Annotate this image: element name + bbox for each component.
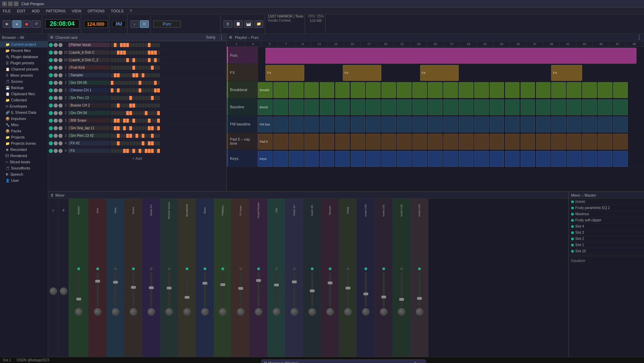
playlist-block[interactable]: [505, 99, 520, 115]
channel-pad[interactable]: [129, 43, 132, 47]
playlist-block[interactable]: [381, 82, 396, 98]
playlist-block[interactable]: [304, 117, 319, 132]
channel-pad[interactable]: [142, 81, 144, 85]
ch-solo-btn[interactable]: [58, 111, 63, 115]
channel-pad[interactable]: [154, 73, 157, 77]
channel-pad[interactable]: [123, 141, 126, 145]
channel-pad[interactable]: [123, 103, 126, 108]
ch-solo-btn[interactable]: [58, 141, 63, 145]
pan-knob[interactable]: [291, 308, 298, 316]
channel-pad[interactable]: [151, 43, 154, 47]
channel-pad[interactable]: [117, 58, 120, 62]
channel-pad[interactable]: [154, 88, 157, 92]
channel-pad[interactable]: [145, 88, 148, 92]
mixer-fader[interactable]: [97, 272, 99, 307]
channel-pad[interactable]: [114, 66, 117, 70]
channel-pad[interactable]: [117, 141, 120, 145]
mixer-fader[interactable]: [365, 272, 367, 307]
pan-knob[interactable]: [165, 308, 173, 316]
playlist-block[interactable]: [304, 99, 319, 115]
channel-pad[interactable]: [139, 73, 141, 77]
channel-pad[interactable]: [148, 103, 151, 108]
channel-pad[interactable]: [114, 134, 117, 138]
channel-pad[interactable]: [145, 134, 148, 138]
channel-pad[interactable]: [129, 73, 132, 77]
ch-name[interactable]: Grv Perc 13 #2: [69, 133, 110, 138]
pan-knob[interactable]: [130, 308, 137, 316]
channel-pad[interactable]: [145, 73, 148, 77]
channel-pad[interactable]: [123, 43, 126, 47]
channel-pad[interactable]: [117, 81, 120, 85]
pan-knob[interactable]: [148, 308, 155, 316]
ch-green-led[interactable]: [49, 119, 53, 123]
close-btn[interactable]: ×: [2, 1, 7, 6]
fx-led[interactable]: [571, 213, 574, 216]
playlist-block[interactable]: [381, 117, 396, 132]
mixer-fader[interactable]: [401, 272, 403, 307]
channel-pad[interactable]: [151, 73, 154, 77]
playlist-block[interactable]: [366, 151, 381, 167]
channel-pad[interactable]: [120, 58, 123, 62]
channel-pad[interactable]: [135, 58, 138, 62]
fx-led[interactable]: [571, 207, 574, 209]
channel-pad[interactable]: [142, 73, 144, 77]
playlist-block[interactable]: [397, 99, 412, 115]
channel-pad[interactable]: [114, 126, 117, 130]
playlist-block[interactable]: [598, 99, 612, 115]
playlist-block[interactable]: FX: [420, 65, 459, 81]
mixer-fader[interactable]: [347, 272, 349, 307]
channel-pad[interactable]: [111, 141, 113, 145]
channel-pad[interactable]: [142, 43, 144, 47]
menu-edit[interactable]: EDIT: [15, 8, 27, 14]
channel-pad[interactable]: [142, 119, 144, 123]
fader-handle[interactable]: [149, 286, 154, 289]
sidebar-item-collected[interactable]: 📁Collected: [0, 97, 48, 103]
playlist-block[interactable]: Pad 5: [258, 134, 273, 150]
channel-pad[interactable]: [129, 141, 132, 145]
song-button[interactable]: ♪: [130, 20, 139, 28]
fader-handle[interactable]: [256, 279, 261, 282]
channel-pad[interactable]: [154, 141, 157, 145]
track-area[interactable]: FM bas: [258, 116, 644, 132]
channel-pad[interactable]: [126, 126, 129, 130]
add-channel-button[interactable]: + Add: [48, 155, 226, 162]
channel-pad[interactable]: [114, 88, 117, 92]
playlist-block[interactable]: [289, 117, 304, 132]
channel-pad[interactable]: [151, 141, 154, 145]
playlist-block[interactable]: [443, 151, 458, 167]
channel-pad[interactable]: [129, 134, 132, 138]
channel-pad[interactable]: [145, 149, 148, 153]
maximus-close-btn[interactable]: ×: [421, 361, 423, 363]
pan-knob[interactable]: [326, 308, 334, 316]
playlist-block[interactable]: [582, 82, 597, 98]
ch-solo-btn[interactable]: [58, 43, 63, 47]
playlist-block[interactable]: [490, 151, 504, 167]
playlist-block[interactable]: [443, 99, 458, 115]
channel-pad[interactable]: [145, 96, 148, 100]
pan-knob[interactable]: [183, 308, 191, 316]
channel-pad[interactable]: [142, 96, 144, 100]
channel-pad[interactable]: [111, 103, 113, 108]
ch-name[interactable]: Grv Sna_lap 11: [69, 126, 110, 130]
channel-pad[interactable]: [145, 66, 148, 70]
playlist-block[interactable]: [366, 117, 381, 132]
fx-slot-6[interactable]: Slot 2: [569, 236, 644, 242]
fader-handle[interactable]: [381, 296, 386, 298]
ch-green-led[interactable]: [49, 51, 53, 55]
playlist-block[interactable]: [335, 151, 350, 167]
playlist-block[interactable]: [412, 99, 427, 115]
channel-pad[interactable]: [135, 141, 138, 145]
fader-handle[interactable]: [185, 296, 189, 299]
track-area[interactable]: Bassli: [258, 98, 644, 115]
playlist-block[interactable]: [320, 82, 335, 98]
playlist-block[interactable]: [459, 134, 473, 150]
playlist-block[interactable]: [613, 151, 628, 167]
playlist-block[interactable]: [490, 82, 504, 98]
channel-pad[interactable]: [139, 149, 141, 153]
channel-pad[interactable]: [126, 96, 129, 100]
mixer-fader[interactable]: [222, 272, 224, 307]
fx-led[interactable]: [571, 225, 574, 228]
channel-pad[interactable]: [142, 58, 144, 62]
mixer-led[interactable]: [382, 267, 385, 270]
channel-pad[interactable]: [132, 149, 135, 153]
